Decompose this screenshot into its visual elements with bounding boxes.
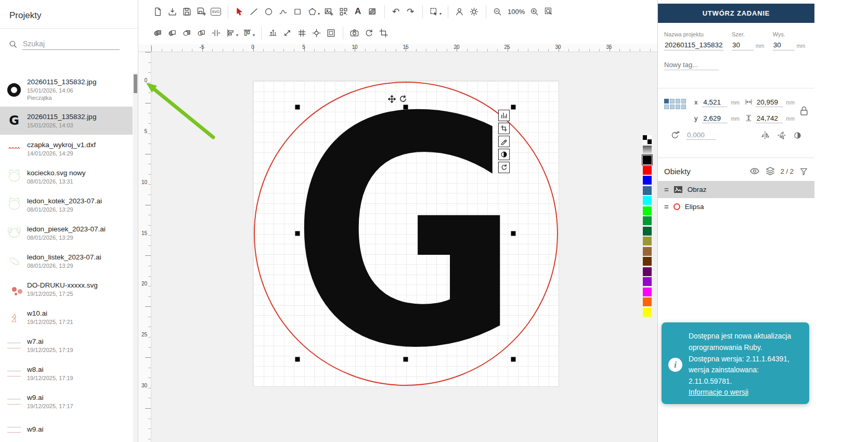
project-list-item[interactable]: w8.ai 19/12/2025, 17:19 [0,359,133,387]
align-vertical-button[interactable] [240,26,254,40]
user-account-button[interactable] [452,5,466,18]
settings-button[interactable] [467,5,481,18]
fragment-button[interactable] [195,26,208,40]
path-tool-button[interactable] [276,5,290,18]
save-button[interactable] [180,5,193,18]
weld-button[interactable] [151,26,164,40]
marquee-select-button[interactable] [427,5,441,18]
color-swatch[interactable] [643,206,652,215]
zoom-in-button[interactable] [527,5,541,18]
project-name-input[interactable]: 20260115_135832.j [664,40,723,50]
project-list-item[interactable]: DO-DRUKU-xxxxx.svg 19/12/2025, 17:25 [0,275,133,303]
selection-handle-n[interactable] [403,105,408,110]
project-list-item[interactable]: 20260115_135832.jpg 15/01/2026, 14:06 Pi… [0,73,133,107]
resize-diagonal-button[interactable] [280,26,294,40]
selection-handle-se[interactable] [511,357,516,362]
insert-qr-code-button[interactable] [336,5,350,18]
project-list-item[interactable]: w7.ai 19/12/2025, 17:19 [0,331,133,359]
redo-button[interactable]: ↷ [404,5,417,18]
zoom-to-selection-button[interactable] [542,5,555,18]
drag-handle-icon[interactable]: = [664,186,669,193]
project-list-item[interactable]: ledon_kotek_2023-07.ai 08/01/2026, 13:29 [0,191,133,219]
selection-handle-nw[interactable] [295,105,300,110]
selected-image-object[interactable]: G [297,107,513,359]
flip-vertical-icon[interactable] [776,131,787,140]
move-icon[interactable] [387,95,396,103]
rectangle-tool-button[interactable] [291,5,304,18]
save-as-button[interactable] [195,5,208,18]
select-tool-button[interactable] [232,5,246,18]
color-swatch[interactable] [643,155,652,164]
color-swatch[interactable] [643,267,652,276]
rotation-input[interactable]: 0,000 [686,131,716,140]
project-list-item[interactable]: w10.ai 19/12/2025, 17:21 [0,303,133,331]
camera-button[interactable] [347,26,361,40]
selection-handle-ne[interactable] [511,105,516,110]
zoom-out-button[interactable] [490,5,504,18]
align-horizontal-button[interactable] [224,26,237,40]
polygon-tool-button[interactable] [305,5,319,18]
ellipse-tool-button[interactable] [262,5,275,18]
selection-handle-e[interactable] [511,231,516,236]
filter-funnel-icon[interactable] [799,167,808,176]
flip-horizontal-icon[interactable] [760,131,770,140]
version-info-link[interactable]: Informacje o wersji [689,388,748,396]
project-list-item[interactable]: w9.ai 19/12/2025, 17:17 [0,387,133,415]
subtract-button[interactable] [165,26,179,40]
create-job-button[interactable]: UTWÓRZ ZADANIE [658,4,814,23]
color-swatch[interactable] [643,227,652,236]
selection-handle-s[interactable] [403,357,408,362]
snap-button[interactable] [266,26,279,40]
scrollbar-thumb[interactable] [134,74,137,93]
color-swatch[interactable] [643,186,652,195]
intersect-button[interactable] [180,26,193,40]
color-swatch[interactable] [643,297,652,306]
color-swatch[interactable] [643,277,652,286]
color-swatch[interactable] [643,247,652,256]
color-swatch[interactable] [643,288,652,296]
project-list-item[interactable]: kociecko.svg nowy 08/01/2026, 13:31 [0,163,133,191]
project-list-item[interactable]: w9.ai [0,415,133,442]
center-origin-button[interactable] [309,26,323,40]
project-list-item[interactable]: 20260115_135832.jpg 15/01/2026, 14:03 [0,107,133,135]
color-swatch[interactable] [643,176,652,185]
color-swatch[interactable] [643,257,652,266]
distribute-button[interactable] [209,26,223,40]
histogram-button[interactable] [498,110,510,121]
image-object-content[interactable]: G [297,92,513,374]
sidebar-scrollbar[interactable] [133,73,138,442]
object-width-input[interactable]: 20,959 [756,98,783,107]
insert-image-button[interactable] [322,5,335,18]
color-swatch-grayscale[interactable] [643,146,652,154]
project-list-item[interactable]: ledon_listek_2023-07.ai 08/01/2026, 13:2… [0,247,133,275]
visibility-eye-icon[interactable] [749,167,760,175]
line-tool-button[interactable] [247,5,261,18]
rotate-object-button[interactable] [498,162,510,173]
color-swatch-transparent[interactable] [643,135,652,144]
anchor-selector[interactable] [664,99,686,109]
color-swatch[interactable] [643,196,652,205]
layers-icon[interactable] [766,166,775,176]
new-document-button[interactable] [151,5,164,18]
object-row-image[interactable]: = Obraz [658,181,814,198]
selection-handle-w[interactable] [295,231,300,236]
object-row-ellipse[interactable]: = Elipsa [658,198,814,215]
drag-handle-icon[interactable]: = [664,203,669,211]
x-input[interactable]: 4,521 [702,98,728,107]
height-input[interactable]: 30 [773,40,795,50]
new-tag-input[interactable] [664,60,719,70]
invert-button[interactable] [498,149,510,160]
crop-button[interactable] [377,26,390,40]
text-tool-button[interactable]: A [351,5,365,18]
rotate-selection-icon[interactable] [398,95,407,103]
lock-aspect-icon[interactable] [799,105,809,116]
undo-button[interactable]: ↶ [389,5,403,18]
color-swatch[interactable] [643,308,652,317]
trace-button[interactable] [498,136,510,147]
color-swatch[interactable] [643,166,652,175]
color-swatch[interactable] [643,216,652,225]
invert-colors-icon[interactable] [793,131,802,140]
workspace-frame-button[interactable] [324,26,338,40]
width-input[interactable]: 30 [732,40,754,50]
project-list-item[interactable]: ledon_piesek_2023-07.ai 08/01/2026, 13:2… [0,219,133,247]
